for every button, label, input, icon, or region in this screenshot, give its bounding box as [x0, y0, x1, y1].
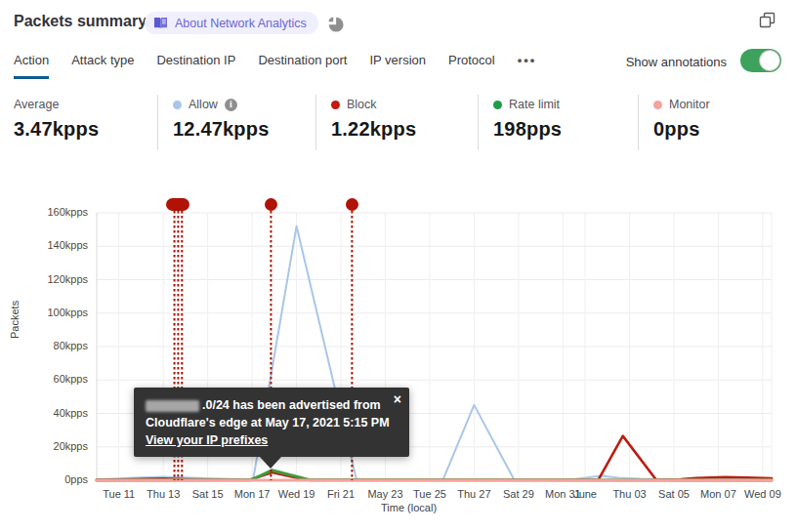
y-tick-label: 100kpps	[29, 307, 88, 318]
y-tick-label: 140kpps	[29, 239, 88, 251]
x-axis-title: Time (local)	[381, 502, 437, 513]
view-ip-prefixes-link[interactable]: View your IP prefixes	[146, 433, 268, 447]
annotation-marker[interactable]	[346, 198, 358, 211]
annotation-marker[interactable]	[265, 198, 277, 211]
y-tick-label: 0pps	[29, 473, 88, 485]
annotation-tooltip: × .0/24 has been advertised from Cloudfl…	[134, 388, 409, 457]
redacted-ip	[146, 400, 199, 412]
y-tick-label: 20kpps	[29, 440, 88, 452]
annotation-marker[interactable]	[166, 198, 189, 211]
x-tick-label: Wed 09	[735, 488, 790, 500]
tooltip-line1: .0/24 has been advertised from	[146, 396, 398, 414]
y-tick-label: 120kpps	[29, 273, 88, 285]
y-tick-label: 60kpps	[29, 373, 88, 385]
y-tick-label: 40kpps	[29, 407, 88, 419]
y-tick-label: 80kpps	[29, 340, 88, 351]
tooltip-caret	[260, 457, 281, 469]
tooltip-line2: Cloudflare's edge at May 17, 2021 5:15 P…	[146, 414, 398, 431]
y-tick-label: 160kpps	[29, 206, 88, 218]
tooltip-close-icon[interactable]: ×	[394, 390, 401, 408]
y-axis-title: Packets	[9, 301, 21, 339]
packets-summary-panel: Packets summary About Network Analytics …	[0, 0, 797, 532]
